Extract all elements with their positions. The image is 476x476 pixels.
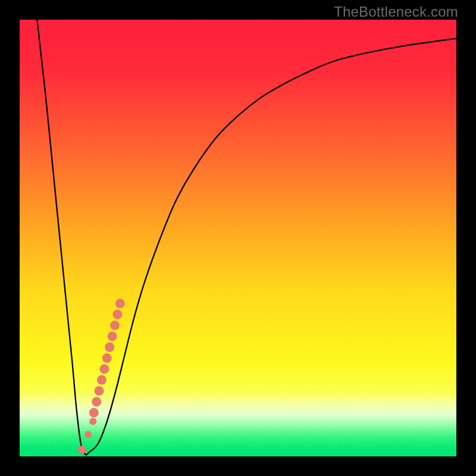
marker-dot xyxy=(95,386,104,396)
chart-svg xyxy=(20,20,456,456)
gradient-background xyxy=(20,20,456,456)
outer-frame: TheBottleneck.com xyxy=(0,0,476,476)
marker-dot xyxy=(110,321,120,330)
marker-dot xyxy=(89,408,99,418)
marker-dot xyxy=(108,331,117,341)
marker-dot xyxy=(78,446,86,454)
marker-dot xyxy=(102,353,112,363)
marker-dot xyxy=(112,309,122,319)
marker-dot xyxy=(84,431,92,438)
chart-plot-area xyxy=(20,20,456,456)
marker-dot xyxy=(92,397,101,406)
marker-dot xyxy=(105,343,114,352)
marker-dot xyxy=(99,364,109,374)
marker-dot xyxy=(115,299,125,308)
watermark-text: TheBottleneck.com xyxy=(334,4,458,20)
marker-dot xyxy=(89,418,96,425)
marker-dot xyxy=(97,375,107,385)
